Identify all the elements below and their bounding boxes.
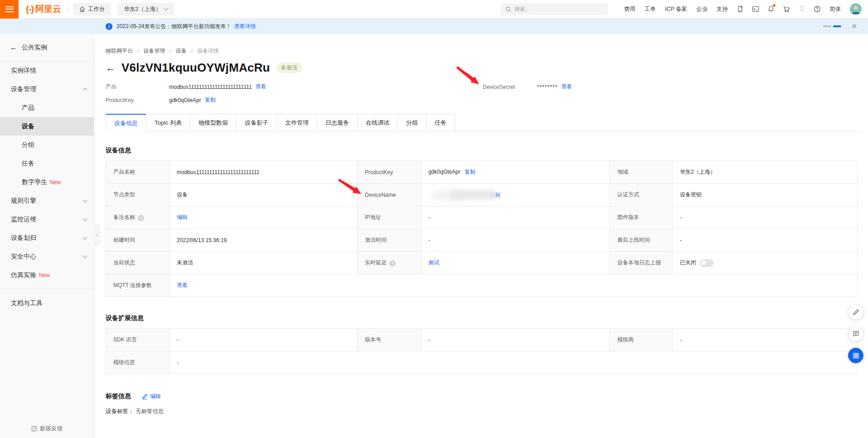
cart-icon[interactable] [783, 5, 790, 13]
topbar-link-tickets[interactable]: 工单 [645, 5, 656, 13]
cell-label: 模组商 [610, 329, 673, 351]
tab-log-service[interactable]: 日志服务 [317, 114, 358, 131]
node-type-value: 设备 [170, 184, 358, 206]
locale-switcher[interactable]: 简体 [829, 5, 841, 13]
cell-label: 版本号 [358, 329, 421, 351]
announcement-banner: i 2022-05-24发布公告：物联网平台新功能发布！ 查看详情 ✕ [0, 19, 868, 34]
search-box[interactable] [501, 3, 608, 15]
devicename-copy-link[interactable]: 复制 [490, 191, 500, 199]
productkey-label: ProductKey [106, 97, 169, 103]
devicesecret-view-link[interactable]: 查看 [561, 83, 572, 91]
sidebar-item-groups[interactable]: 分组 [0, 136, 94, 154]
device-tags-value: 无标签信息 [136, 408, 164, 414]
floating-apps-button[interactable] [848, 348, 863, 363]
topbar-link-icp[interactable]: ICP 备案 [665, 5, 687, 13]
sidebar-item-products[interactable]: 产品 [0, 98, 94, 117]
cloudshell-icon[interactable] [752, 5, 759, 13]
cell-label: 实时延迟 [365, 259, 387, 266]
sidebar-item-security-center[interactable]: 安全中心 [0, 247, 94, 266]
notification-dot [773, 4, 776, 7]
chevron-down-icon [83, 253, 87, 258]
aliyun-logo[interactable]: (-) 阿里云 [26, 3, 61, 15]
brand-name: 阿里云 [35, 3, 61, 15]
workbench-button[interactable]: 工作台 [73, 3, 111, 15]
tab-device-shadow[interactable]: 设备影子 [236, 114, 277, 131]
device-tags-line: 设备标签： 无标签信息 [106, 408, 861, 415]
breadcrumb-iot-platform[interactable]: 物联网平台 [106, 47, 133, 55]
alias-edit-link[interactable]: 编辑 [177, 214, 188, 220]
sidebar-item-device-allocation[interactable]: 设备划归 [0, 229, 94, 247]
created-time-value: 2022/06/13 15:36:19 [170, 229, 358, 252]
tab-file-management[interactable]: 文件管理 [276, 114, 317, 131]
cell-label: 模组信息 [106, 351, 170, 374]
tab-topic-list[interactable]: Topic 列表 [146, 114, 190, 131]
cell-label: 当前状态 [106, 252, 170, 274]
comment-icon [853, 331, 859, 337]
breadcrumb-devices[interactable]: 设备 [176, 47, 187, 55]
hamburger-menu-button[interactable] [0, 0, 19, 19]
tags-edit-link[interactable]: 编辑 [142, 393, 161, 400]
devicesecret-label: DeviceSecret [483, 84, 537, 90]
sidebar-item-rules-engine[interactable]: 规则引擎 [0, 191, 94, 210]
help-icon[interactable]: ? [138, 215, 144, 221]
chevron-down-icon [83, 216, 87, 221]
sidebar-collapse-handle[interactable]: ‹ [94, 224, 100, 245]
module-vendor-value: - [673, 329, 858, 351]
sidebar-item-simulation[interactable]: 仿真实验New [0, 266, 94, 284]
cell-label: 激活时间 [358, 229, 421, 252]
status-badge: 未激活 [276, 63, 302, 73]
divider [0, 289, 94, 289]
mqtt-params-view-link[interactable]: 查看 [177, 282, 188, 288]
help-icon[interactable] [814, 5, 821, 13]
close-icon[interactable]: ✕ [851, 22, 857, 30]
breadcrumb-device-management[interactable]: 设备管理 [143, 47, 165, 55]
cell-label: ProductKey [358, 161, 421, 184]
sidebar-back-public-instance[interactable]: ← 公共实例 [0, 34, 94, 61]
productkey-table-copy-link[interactable]: 复制 [465, 169, 475, 175]
topbar: (-) 阿里云 工作台 华东2（上海） 费用 工单 ICP 备案 企业 支持 [0, 0, 868, 19]
chevron-down-icon [83, 198, 87, 202]
lightbulb-icon[interactable] [798, 5, 805, 13]
cell-label: 设备本地日志上报 [610, 252, 673, 274]
topbar-link-enterprise[interactable]: 企业 [696, 5, 708, 13]
avatar[interactable] [850, 3, 862, 15]
app-icon[interactable] [737, 5, 744, 13]
sidebar-item-docs-tools[interactable]: 文档与工具 [0, 294, 94, 312]
table-row: 模组信息 - [106, 351, 858, 374]
device-tags-label: 设备标签： [106, 408, 134, 414]
search-input[interactable] [514, 6, 596, 12]
help-icon[interactable]: ? [389, 260, 396, 267]
notifications-bell-icon[interactable] [767, 5, 775, 13]
chevron-up-icon [83, 88, 87, 92]
tab-groups[interactable]: 分组 [398, 114, 427, 131]
sidebar-item-monitoring[interactable]: 监控运维 [0, 210, 94, 229]
banner-page-2[interactable] [833, 25, 841, 27]
tab-online-debug[interactable]: 在线调试 [357, 114, 398, 131]
sdk-language-value: - [170, 329, 358, 351]
product-view-link[interactable]: 查看 [255, 83, 266, 91]
back-button[interactable]: ← [106, 63, 116, 73]
announcement-detail-link[interactable]: 查看详情 [234, 23, 256, 30]
sidebar-item-device-management[interactable]: 设备管理 [0, 80, 94, 98]
topbar-link-support[interactable]: 支持 [717, 5, 728, 13]
sidebar-item-digital-twin[interactable]: 数字孪生New [0, 173, 94, 191]
local-log-toggle[interactable] [700, 259, 713, 267]
floating-feedback-button[interactable] [848, 326, 863, 341]
latency-test-link[interactable]: 测试 [428, 259, 439, 266]
tab-tsl-data[interactable]: 物模型数据 [190, 114, 237, 131]
sidebar-item-instance-detail[interactable]: 实例详情 [0, 61, 94, 80]
region-selector[interactable]: 华东2（上海） [118, 3, 174, 15]
topbar-link-billing[interactable]: 费用 [624, 5, 635, 13]
table-row: 节点类型 设备 DeviceName 复制 认证方式 设备密钥 [106, 184, 858, 206]
sidebar-item-jobs[interactable]: 任务 [0, 154, 94, 173]
floating-edit-button[interactable] [848, 304, 863, 320]
tab-device-info[interactable]: 设备信息 [106, 114, 146, 131]
table-row: 产品名称 modbus111111111111111111111111 Prod… [106, 161, 858, 184]
feedback-button[interactable]: 新版反馈 [0, 425, 94, 433]
cell-label: 备注名称 [113, 214, 135, 220]
productkey-copy-link[interactable]: 复制 [205, 96, 216, 104]
table-row: 备注名称? 编辑 IP地址 - 固件版本 - [106, 206, 858, 229]
banner-page-1[interactable] [823, 25, 831, 27]
tab-jobs[interactable]: 任务 [426, 114, 455, 131]
sidebar-item-devices[interactable]: 设备 [0, 117, 94, 136]
